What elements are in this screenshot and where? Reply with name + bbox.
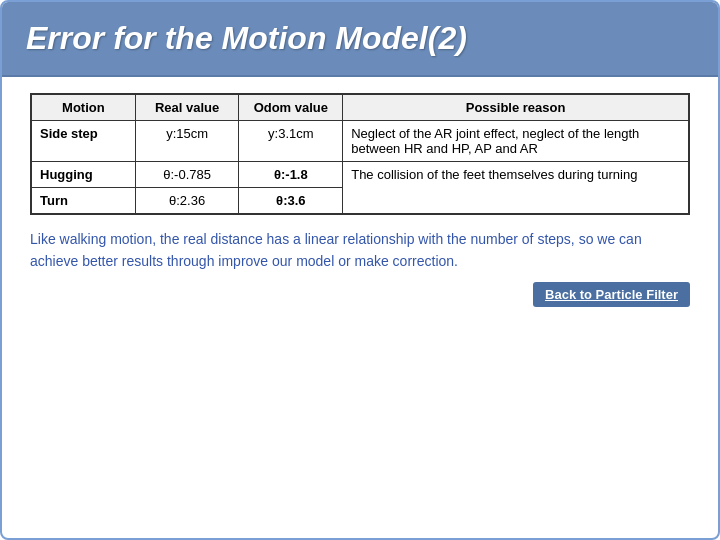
row2-real: θ:-0.785 [135, 162, 239, 188]
slide-content: Motion Real value Odom value Possible re… [2, 77, 718, 538]
slide: Error for the Motion Model(2) Motion Rea… [0, 0, 720, 540]
col-real: Real value [135, 95, 239, 121]
motion-table: Motion Real value Odom value Possible re… [31, 94, 689, 214]
col-odom: Odom value [239, 95, 343, 121]
table-row: Hugging θ:-0.785 θ:-1.8 The collision of… [32, 162, 689, 188]
row1-real: y:15cm [135, 121, 239, 162]
row3-motion: Turn [32, 188, 136, 214]
row1-odom: y:3.1cm [239, 121, 343, 162]
row3-odom: θ:3.6 [239, 188, 343, 214]
slide-title: Error for the Motion Model(2) [26, 20, 694, 57]
data-table-container: Motion Real value Odom value Possible re… [30, 93, 690, 215]
col-motion: Motion [32, 95, 136, 121]
row1-reason: Neglect of the AR joint effect, neglect … [343, 121, 689, 162]
row2-motion: Hugging [32, 162, 136, 188]
row2-reason: The collision of the feet themselves dur… [343, 162, 689, 214]
row2-odom: θ:-1.8 [239, 162, 343, 188]
col-reason: Possible reason [343, 95, 689, 121]
slide-header: Error for the Motion Model(2) [2, 2, 718, 77]
back-to-particle-filter-button[interactable]: Back to Particle Filter [533, 282, 690, 307]
row3-real: θ:2.36 [135, 188, 239, 214]
row1-motion: Side step [32, 121, 136, 162]
summary-paragraph: Like walking motion, the real distance h… [30, 229, 690, 272]
footer: Back to Particle Filter [30, 282, 690, 307]
table-row: Side step y:15cm y:3.1cm Neglect of the … [32, 121, 689, 162]
